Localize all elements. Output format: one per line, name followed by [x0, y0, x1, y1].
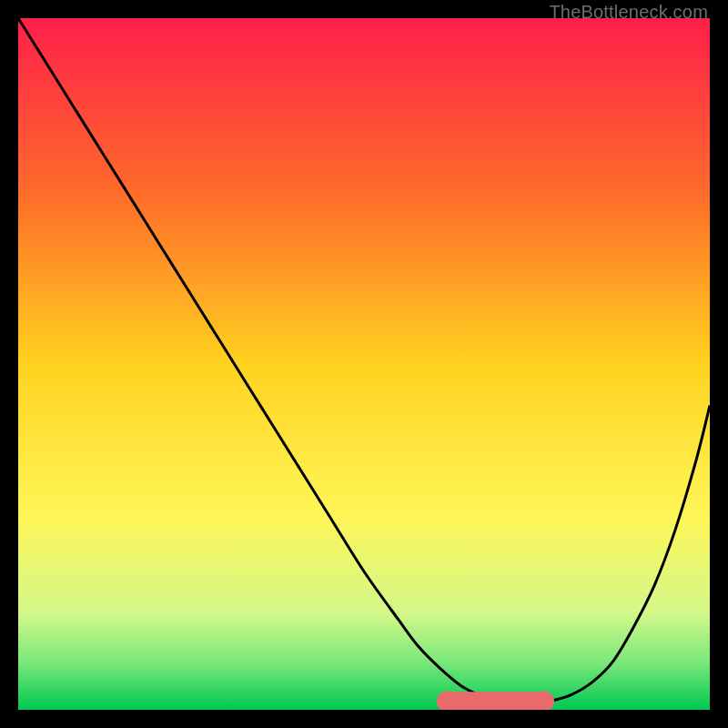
optimal-zone-marker: [437, 691, 554, 710]
bottleneck-chart: [18, 18, 710, 710]
gradient-background: [18, 18, 710, 710]
chart-frame: [18, 18, 710, 710]
watermark-text: TheBottleneck.com: [549, 2, 708, 23]
